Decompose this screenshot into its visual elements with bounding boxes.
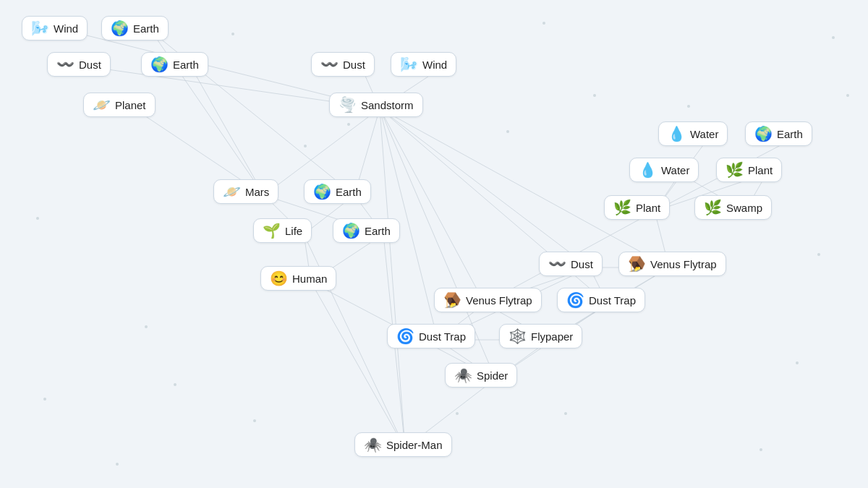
node-label-dust3: Dust: [571, 258, 593, 270]
node-earth5[interactable]: 🌍Earth: [745, 121, 812, 146]
node-icon-dusttrap1: 🌀: [566, 293, 584, 307]
node-label-life1: Life: [285, 225, 302, 237]
node-icon-swamp1: 🌿: [704, 200, 722, 215]
node-icon-spiderman1: 🕷️: [364, 437, 382, 452]
node-label-earth5: Earth: [777, 128, 803, 140]
node-venusfly1[interactable]: 🪤Venus Flytrap: [618, 252, 726, 276]
node-icon-planet1: 🪐: [93, 98, 111, 112]
node-label-spiderman1: Spider-Man: [386, 439, 443, 451]
node-icon-earth1: 🌍: [111, 21, 129, 35]
node-wind2[interactable]: 🌬️Wind: [391, 52, 456, 77]
node-icon-earth3: 🌍: [313, 184, 331, 199]
node-plant1[interactable]: 🌿Plant: [716, 158, 782, 182]
node-label-plant1: Plant: [748, 164, 773, 176]
node-label-dusttrap2: Dust Trap: [419, 330, 466, 343]
node-label-mars1: Mars: [245, 186, 269, 198]
svg-line-45: [380, 108, 405, 448]
node-water2[interactable]: 💧Water: [629, 158, 699, 182]
node-flypaper1[interactable]: 🕸️Flypaper: [499, 324, 582, 348]
node-dusttrap1[interactable]: 🌀Dust Trap: [557, 288, 645, 312]
svg-line-5: [192, 68, 264, 195]
node-label-earth1: Earth: [133, 22, 159, 35]
node-icon-sandstorm1: 🌪️: [339, 98, 357, 112]
node-venusfly2[interactable]: 🪤Venus Flytrap: [434, 288, 542, 312]
node-label-plant2: Plant: [636, 202, 660, 214]
node-icon-venusfly1: 🪤: [628, 257, 646, 271]
node-label-water1: Water: [690, 128, 718, 140]
node-dust2[interactable]: 〰️Dust: [311, 52, 375, 77]
node-wind1[interactable]: 🌬️Wind: [22, 16, 88, 40]
node-label-swamp1: Swamp: [726, 202, 762, 214]
node-swamp1[interactable]: 🌿Swamp: [694, 195, 772, 220]
node-icon-water2: 💧: [639, 163, 657, 177]
node-label-human1: Human: [292, 273, 327, 285]
node-earth3[interactable]: 🌍Earth: [304, 179, 371, 204]
node-water1[interactable]: 💧Water: [658, 121, 728, 146]
node-icon-wind2: 🌬️: [400, 57, 418, 72]
node-label-venusfly2: Venus Flytrap: [466, 294, 532, 307]
node-label-dust1: Dust: [79, 59, 101, 71]
node-label-wind1: Wind: [54, 22, 78, 35]
node-spiderman1[interactable]: 🕷️Spider-Man: [354, 432, 452, 457]
node-icon-spider1: 🕷️: [454, 368, 472, 382]
node-label-earth4: Earth: [365, 225, 391, 237]
node-label-venusfly1: Venus Flytrap: [650, 258, 717, 270]
node-icon-life1: 🌱: [263, 223, 281, 238]
node-icon-earth4: 🌍: [342, 223, 360, 238]
node-label-wind2: Wind: [422, 59, 447, 71]
node-icon-dust3: 〰️: [548, 257, 566, 271]
node-sandstorm1[interactable]: 🌪️Sandstorm: [329, 93, 423, 117]
node-label-sandstorm1: Sandstorm: [361, 99, 414, 111]
node-human1[interactable]: 😊Human: [260, 266, 336, 291]
node-label-water2: Water: [661, 164, 689, 176]
node-mars1[interactable]: 🪐Mars: [213, 179, 278, 204]
node-label-flypaper1: Flypaper: [531, 330, 573, 343]
node-icon-wind1: 🌬️: [31, 21, 49, 35]
svg-line-41: [380, 108, 669, 267]
node-icon-earth2: 🌍: [150, 57, 169, 72]
node-planet1[interactable]: 🪐Planet: [83, 93, 156, 117]
node-icon-flypaper1: 🕸️: [509, 329, 527, 343]
node-dust3[interactable]: 〰️Dust: [539, 252, 603, 276]
node-icon-mars1: 🪐: [223, 184, 241, 199]
node-icon-dusttrap2: 🌀: [396, 329, 414, 343]
node-life1[interactable]: 🌱Life: [253, 218, 312, 243]
node-dust1[interactable]: 〰️Dust: [47, 52, 111, 77]
node-dusttrap2[interactable]: 🌀Dust Trap: [387, 324, 475, 348]
svg-line-43: [380, 108, 590, 267]
svg-line-42: [380, 108, 485, 304]
node-icon-plant1: 🌿: [726, 163, 744, 177]
node-icon-water1: 💧: [668, 127, 686, 141]
svg-line-38: [311, 282, 405, 448]
node-earth2[interactable]: 🌍Earth: [141, 52, 208, 77]
node-icon-earth5: 🌍: [754, 127, 773, 141]
node-label-earth2: Earth: [173, 59, 199, 71]
node-earth1[interactable]: 🌍Earth: [101, 16, 169, 40]
node-icon-human1: 😊: [270, 271, 288, 286]
node-label-dusttrap1: Dust Trap: [589, 294, 636, 307]
node-label-planet1: Planet: [115, 99, 146, 111]
node-icon-plant2: 🌿: [613, 200, 631, 215]
node-icon-dust2: 〰️: [320, 57, 339, 72]
node-icon-dust1: 〰️: [56, 57, 75, 72]
node-label-dust2: Dust: [343, 59, 365, 71]
node-earth4[interactable]: 🌍Earth: [333, 218, 400, 243]
node-spider1[interactable]: 🕷️Spider: [445, 363, 517, 388]
node-label-earth3: Earth: [336, 186, 362, 198]
node-icon-venusfly2: 🪤: [443, 293, 461, 307]
node-label-spider1: Spider: [477, 369, 508, 382]
node-plant2[interactable]: 🌿Plant: [604, 195, 670, 220]
